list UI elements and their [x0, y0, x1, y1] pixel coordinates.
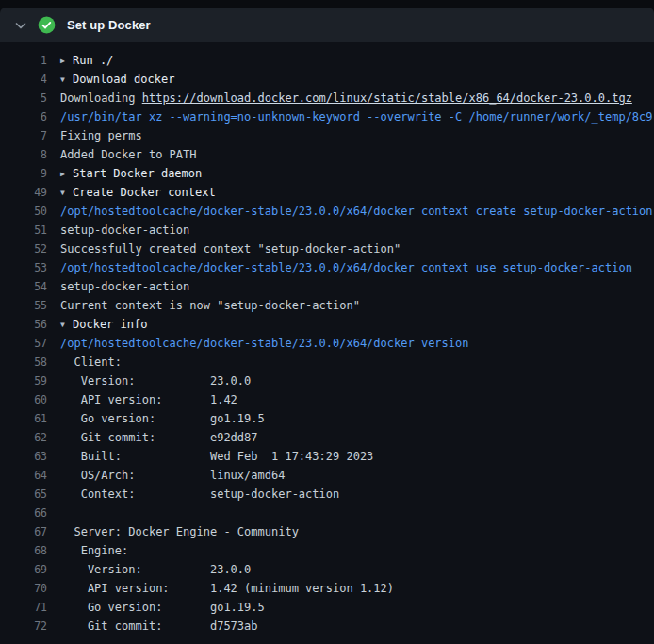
log-text: Git commit: e92dd87 [60, 428, 258, 447]
group-title[interactable]: Docker info [73, 318, 147, 331]
log-text: Current context is now "setup-docker-act… [60, 296, 360, 315]
log-command-text: /opt/hostedtoolcache/docker-stable/23.0.… [60, 334, 468, 353]
line-number[interactable]: 62 [6, 428, 47, 447]
log-line: 5Downloading https://download.docker.com… [6, 89, 654, 107]
log-text: API version: 1.42 [60, 390, 237, 409]
log-line: 6/usr/bin/tar xz --warning=no-unknown-ke… [6, 107, 654, 126]
log-line: 66 [6, 504, 654, 522]
log-text: Added Docker to PATH [60, 145, 197, 164]
step-title: Set up Docker [67, 18, 151, 32]
log-text: OS/Arch: linux/amd64 [60, 466, 285, 485]
line-number[interactable]: 1 [6, 51, 47, 70]
log-line: 54setup-docker-action [6, 277, 654, 296]
log-line: 1▶Run ./ [6, 51, 654, 70]
log-text: API version: 1.42 (minimum version 1.12) [60, 579, 394, 598]
collapse-group-icon[interactable]: ▼ [60, 71, 73, 89]
log-text: setup-docker-action [60, 221, 189, 239]
line-number[interactable]: 67 [6, 522, 47, 541]
log-line: 57/opt/hostedtoolcache/docker-stable/23.… [6, 334, 654, 353]
line-number[interactable]: 66 [6, 504, 47, 522]
log-line: 51setup-docker-action [6, 221, 654, 239]
line-number[interactable]: 57 [6, 334, 47, 353]
log-line: 70 API version: 1.42 (minimum version 1.… [6, 579, 654, 598]
line-number[interactable]: 9 [6, 164, 47, 183]
log-line: 52Successfully created context "setup-do… [6, 239, 654, 258]
log-text: Client: [60, 353, 122, 372]
log-line: 64 OS/Arch: linux/amd64 [6, 466, 654, 485]
line-number[interactable]: 54 [6, 277, 47, 296]
log-line: 72 Git commit: d7573ab [6, 617, 654, 636]
line-number[interactable]: 70 [6, 579, 47, 598]
line-number[interactable]: 8 [6, 145, 47, 164]
expand-group-icon[interactable]: ▶ [60, 165, 73, 183]
chevron-down-icon[interactable] [13, 18, 28, 33]
collapse-group-icon[interactable]: ▼ [60, 184, 73, 202]
line-number[interactable]: 4 [6, 70, 47, 89]
log-text: Downloading https://download.docker.com/… [60, 89, 632, 107]
group-title[interactable]: Create Docker context [73, 186, 216, 199]
log-line: 55Current context is now "setup-docker-a… [6, 296, 654, 315]
log-line: 59 Version: 23.0.0 [6, 372, 654, 390]
line-number[interactable]: 71 [6, 598, 47, 617]
log-text: Version: 23.0.0 [60, 372, 251, 390]
log-text: Engine: [60, 541, 128, 560]
log-command-text: /opt/hostedtoolcache/docker-stable/23.0.… [60, 202, 653, 221]
step-header[interactable]: Set up Docker [0, 8, 654, 42]
line-number[interactable]: 63 [6, 447, 47, 466]
line-number[interactable]: 69 [6, 560, 47, 579]
collapse-group-icon[interactable]: ▼ [60, 316, 73, 334]
log-line: 69 Version: 23.0.0 [6, 560, 654, 579]
download-url-link[interactable]: https://download.docker.com/linux/static… [142, 91, 632, 105]
job-log: Set up Docker 1▶Run ./4▼Download docker5… [0, 0, 654, 644]
line-number[interactable]: 50 [6, 202, 47, 221]
log-text: Go version: go1.19.5 [60, 598, 265, 617]
log-line: 4▼Download docker [6, 70, 654, 89]
line-number[interactable]: 51 [6, 221, 47, 239]
line-number[interactable]: 5 [6, 89, 47, 107]
expand-group-icon[interactable]: ▶ [60, 52, 73, 70]
group-title[interactable]: Download docker [73, 73, 174, 86]
log-line: 62 Git commit: e92dd87 [6, 428, 654, 447]
line-number[interactable]: 55 [6, 296, 47, 315]
log-line: 50/opt/hostedtoolcache/docker-stable/23.… [6, 202, 654, 221]
line-number[interactable]: 59 [6, 372, 47, 390]
log-text: Go version: go1.19.5 [60, 409, 265, 428]
line-number[interactable]: 56 [6, 315, 47, 334]
log-text: Successfully created context "setup-dock… [60, 239, 401, 258]
log-text-prefix: Downloading [60, 91, 142, 105]
log-line: 58 Client: [6, 353, 654, 372]
log-line: 65 Context: setup-docker-action [6, 485, 654, 504]
line-number[interactable]: 65 [6, 485, 47, 504]
check-circle-icon [38, 16, 56, 34]
log-line: 53/opt/hostedtoolcache/docker-stable/23.… [6, 258, 654, 277]
line-number[interactable]: 7 [6, 126, 47, 145]
log-line: 9▶Start Docker daemon [6, 164, 654, 183]
line-number[interactable]: 52 [6, 239, 47, 258]
log-line: 68 Engine: [6, 541, 654, 560]
line-number[interactable]: 60 [6, 390, 47, 409]
log-command-text: /opt/hostedtoolcache/docker-stable/23.0.… [60, 258, 632, 277]
log-line: 49▼Create Docker context [6, 183, 654, 202]
line-number[interactable]: 72 [6, 617, 47, 636]
line-number[interactable]: 68 [6, 541, 47, 560]
line-number[interactable]: 64 [6, 466, 47, 485]
log-text: setup-docker-action [60, 277, 189, 296]
log-line: 7Fixing perms [6, 126, 654, 145]
line-number[interactable]: 58 [6, 353, 47, 372]
log-line: 56▼Docker info [6, 315, 654, 334]
log-command-text: /usr/bin/tar xz --warning=no-unknown-key… [60, 107, 653, 126]
log-text: Version: 23.0.0 [60, 560, 251, 579]
log-line: 8Added Docker to PATH [6, 145, 654, 164]
group-title[interactable]: Run ./ [73, 54, 113, 67]
log-text: Built: Wed Feb 1 17:43:29 2023 [60, 447, 373, 466]
line-number[interactable]: 49 [6, 183, 47, 202]
log-line: 67 Server: Docker Engine - Community [6, 522, 654, 541]
group-title[interactable]: Start Docker daemon [73, 167, 202, 180]
log-line: 71 Go version: go1.19.5 [6, 598, 654, 617]
log-text: Server: Docker Engine - Community [60, 522, 299, 541]
line-number[interactable]: 6 [6, 107, 47, 126]
log-lines: 1▶Run ./4▼Download docker5Downloading ht… [0, 42, 654, 644]
line-number[interactable]: 61 [6, 409, 47, 428]
line-number[interactable]: 53 [6, 258, 47, 277]
log-line: 61 Go version: go1.19.5 [6, 409, 654, 428]
